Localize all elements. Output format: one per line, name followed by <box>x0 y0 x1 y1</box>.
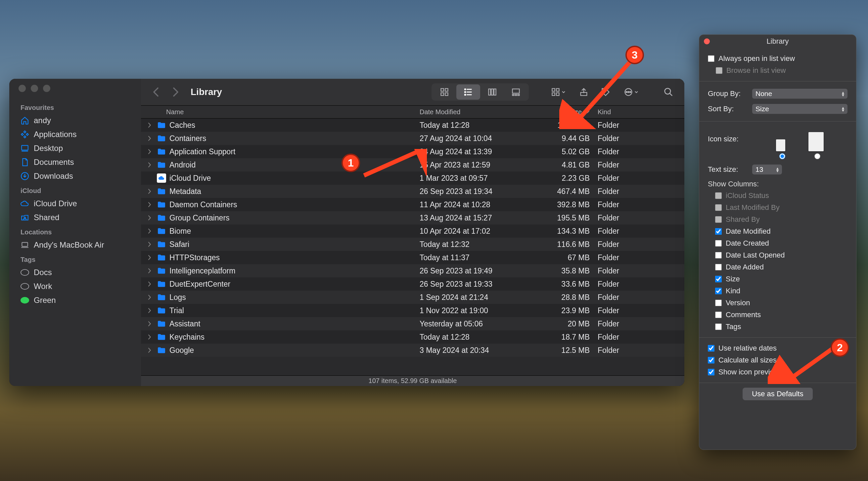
column-checkbox[interactable]: Date Last Opened <box>715 249 847 261</box>
sidebar-item[interactable]: iCloud Drive <box>9 197 141 211</box>
back-button[interactable] <box>149 85 163 99</box>
use-as-defaults-button[interactable]: Use as Defaults <box>743 388 812 400</box>
table-row[interactable]: Biome10 Apr 2024 at 17:02134.3 MBFolder <box>141 224 684 238</box>
disclosure-chevron-icon[interactable] <box>148 189 154 194</box>
column-kind[interactable]: Kind <box>594 108 684 116</box>
column-checkbox[interactable]: Comments <box>715 309 847 321</box>
disclosure-chevron-icon[interactable] <box>148 162 154 168</box>
table-row[interactable]: Metadata26 Sep 2023 at 19:34467.4 MBFold… <box>141 185 684 198</box>
disclosure-chevron-icon[interactable] <box>148 215 154 220</box>
file-kind: Folder <box>594 213 684 222</box>
table-row[interactable]: Group Containers13 Aug 2024 at 15:27195.… <box>141 211 684 224</box>
disclosure-chevron-icon[interactable] <box>148 202 154 207</box>
sidebar-item[interactable]: Shared <box>9 211 141 224</box>
panel-close-button[interactable] <box>704 38 710 44</box>
disclosure-chevron-icon[interactable] <box>148 122 154 128</box>
table-row[interactable]: Daemon Containers11 Apr 2024 at 10:28392… <box>141 198 684 211</box>
option-checkbox[interactable]: Show icon preview <box>708 366 847 378</box>
sidebar-tag[interactable]: Work <box>9 279 141 293</box>
sidebar-item[interactable]: Downloads <box>9 169 141 183</box>
group-button[interactable] <box>547 84 570 100</box>
disclosure-chevron-icon[interactable] <box>148 242 154 247</box>
disclosure-chevron-icon[interactable] <box>148 268 154 273</box>
folder-icon <box>157 201 166 208</box>
search-button[interactable] <box>660 84 676 100</box>
close-dot[interactable] <box>19 85 26 92</box>
file-list[interactable]: CachesToday at 12:2813.69 GBFolderContai… <box>141 119 684 375</box>
file-size: 134.3 MB <box>534 227 594 236</box>
column-size[interactable]: Size <box>534 108 594 116</box>
tag-button[interactable] <box>598 84 614 100</box>
table-row[interactable]: CachesToday at 12:2813.69 GBFolder <box>141 119 684 132</box>
file-size: 28.8 MB <box>534 293 594 302</box>
sort-by-select[interactable]: Size▴▾ <box>752 104 847 114</box>
disclosure-chevron-icon[interactable] <box>148 229 154 234</box>
file-date: Today at 12:28 <box>415 333 534 342</box>
folder-icon <box>157 294 166 301</box>
column-checkbox[interactable]: Kind <box>715 285 847 297</box>
table-row[interactable]: SafariToday at 12:32116.6 MBFolder <box>141 238 684 251</box>
forward-button[interactable] <box>169 85 183 99</box>
list-view-button[interactable] <box>456 84 480 100</box>
file-size: 4.81 GB <box>534 160 594 170</box>
column-checkbox[interactable]: Version <box>715 297 847 309</box>
table-row[interactable]: AssistantYesterday at 05:0620 MBFolder <box>141 317 684 330</box>
table-row[interactable]: Application Support24 Aug 2024 at 13:395… <box>141 145 684 158</box>
file-size: 9.44 GB <box>534 134 594 143</box>
group-by-select[interactable]: None▴▾ <box>752 89 847 99</box>
svg-rect-8 <box>445 93 448 95</box>
column-date-modified[interactable]: Date Modified <box>415 108 534 116</box>
table-row[interactable]: Containers27 Aug 2024 at 10:049.44 GBFol… <box>141 132 684 145</box>
zoom-dot[interactable] <box>43 85 50 92</box>
sidebar-item[interactable]: Desktop <box>9 141 141 155</box>
disclosure-chevron-icon[interactable] <box>148 136 154 141</box>
group-by-row: Group By: None▴▾ <box>708 86 847 101</box>
column-checkbox[interactable]: Size <box>715 273 847 285</box>
table-row[interactable]: Intelligenceplatform26 Sep 2023 at 19:49… <box>141 264 684 277</box>
disclosure-chevron-icon[interactable] <box>148 149 154 154</box>
gallery-view-button[interactable] <box>504 84 528 100</box>
column-view-button[interactable] <box>480 84 504 100</box>
action-button[interactable] <box>619 84 643 100</box>
share-button[interactable] <box>576 84 592 100</box>
icon-view-button[interactable] <box>433 84 456 100</box>
tag-dot-icon <box>21 297 29 304</box>
disclosure-chevron-icon[interactable] <box>148 255 154 260</box>
column-checkbox[interactable]: Date Created <box>715 237 847 249</box>
sidebar-item[interactable]: andy <box>9 114 141 127</box>
sidebar-tag[interactable]: Docs <box>9 266 141 279</box>
sidebar-item[interactable]: Andy's MacBook Air <box>9 238 141 252</box>
table-row[interactable]: Google3 May 2024 at 20:3412.5 MBFolder <box>141 343 684 357</box>
column-checkbox[interactable]: Date Modified <box>715 226 847 237</box>
column-headers: Name Date Modified Size Kind <box>141 105 684 119</box>
disclosure-chevron-icon[interactable] <box>148 281 154 287</box>
icon-size-small-radio[interactable] <box>779 153 785 159</box>
sidebar-item[interactable]: Documents <box>9 155 141 169</box>
minimize-dot[interactable] <box>31 85 38 92</box>
sidebar-tag[interactable]: Green <box>9 293 141 307</box>
file-date: Today at 11:37 <box>415 253 534 262</box>
file-kind: Folder <box>594 160 684 170</box>
text-size-select[interactable]: 13▴▾ <box>752 164 782 175</box>
disclosure-chevron-icon[interactable] <box>148 321 154 326</box>
table-row[interactable]: Logs1 Sep 2024 at 21:2428.8 MBFolder <box>141 291 684 304</box>
column-checkbox[interactable]: Tags <box>715 321 847 333</box>
table-row[interactable]: KeychainsToday at 12:2818.7 MBFolder <box>141 330 684 343</box>
file-date: 1 Sep 2024 at 21:24 <box>415 293 534 302</box>
icon-size-large-radio[interactable] <box>814 153 820 159</box>
option-checkbox[interactable]: Use relative dates <box>708 342 847 354</box>
always-list-checkbox[interactable]: Always open in list view <box>708 53 847 65</box>
table-row[interactable]: DuetExpertCenter26 Sep 2023 at 19:3333.6… <box>141 277 684 291</box>
disclosure-chevron-icon[interactable] <box>148 295 154 300</box>
column-name[interactable]: Name <box>141 108 415 116</box>
sidebar-item[interactable]: Applications <box>9 127 141 141</box>
disclosure-chevron-icon[interactable] <box>148 348 154 353</box>
table-row[interactable]: HTTPStoragesToday at 11:3767 MBFolder <box>141 251 684 264</box>
table-row[interactable]: Trial1 Nov 2022 at 19:0023.9 MBFolder <box>141 304 684 317</box>
table-row[interactable]: Android15 Apr 2023 at 12:594.81 GBFolder <box>141 158 684 172</box>
option-checkbox[interactable]: Calculate all sizes <box>708 354 847 366</box>
table-row[interactable]: iCloud Drive1 Mar 2023 at 09:572.23 GBFo… <box>141 172 684 185</box>
disclosure-chevron-icon[interactable] <box>148 308 154 313</box>
disclosure-chevron-icon[interactable] <box>148 334 154 340</box>
column-checkbox[interactable]: Date Added <box>715 261 847 273</box>
